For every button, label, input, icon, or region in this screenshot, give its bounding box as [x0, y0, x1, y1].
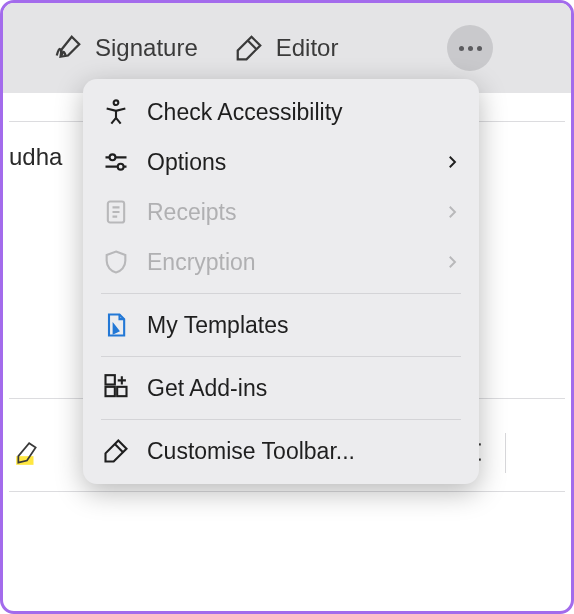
svg-rect-13	[106, 387, 115, 396]
chevron-right-icon	[443, 203, 461, 221]
svg-point-4	[114, 100, 119, 105]
menu-label: Options	[147, 149, 226, 176]
addins-icon	[101, 373, 131, 403]
signature-icon	[53, 33, 83, 63]
menu-label: Encryption	[147, 249, 256, 276]
svg-point-8	[118, 164, 124, 170]
menu-label: My Templates	[147, 312, 288, 339]
svg-rect-14	[117, 387, 126, 396]
svg-rect-16	[106, 375, 115, 384]
menu-separator	[101, 293, 461, 294]
divider	[9, 491, 565, 492]
editor-button[interactable]: Editor	[234, 33, 339, 63]
receipt-icon	[101, 197, 131, 227]
signature-button[interactable]: Signature	[53, 33, 198, 63]
shield-icon	[101, 247, 131, 277]
overflow-menu: Check Accessibility Options Receipts	[83, 79, 479, 484]
editor-pen-icon	[234, 33, 264, 63]
chevron-right-icon	[443, 153, 461, 171]
ellipsis-icon	[459, 46, 482, 51]
partial-text: udha	[9, 143, 62, 171]
menu-item-addins[interactable]: Get Add-ins	[83, 363, 479, 413]
menu-label: Check Accessibility	[147, 99, 343, 126]
more-button[interactable]	[447, 25, 493, 71]
menu-item-options[interactable]: Options	[83, 137, 479, 187]
editor-label: Editor	[276, 34, 339, 62]
highlight-icon[interactable]	[13, 441, 41, 467]
menu-separator	[101, 419, 461, 420]
signature-label: Signature	[95, 34, 198, 62]
vertical-divider	[505, 433, 506, 473]
menu-separator	[101, 356, 461, 357]
menu-label: Receipts	[147, 199, 236, 226]
svg-point-6	[110, 154, 116, 160]
menu-label: Get Add-ins	[147, 375, 267, 402]
menu-item-customise-toolbar[interactable]: Customise Toolbar...	[83, 426, 479, 476]
menu-item-receipts: Receipts	[83, 187, 479, 237]
menu-label: Customise Toolbar...	[147, 438, 355, 465]
menu-item-accessibility[interactable]: Check Accessibility	[83, 87, 479, 137]
menu-item-templates[interactable]: My Templates	[83, 300, 479, 350]
chevron-right-icon	[443, 253, 461, 271]
templates-icon	[101, 310, 131, 340]
menu-item-encryption: Encryption	[83, 237, 479, 287]
svg-rect-15	[106, 375, 115, 384]
customise-icon	[101, 436, 131, 466]
accessibility-icon	[101, 97, 131, 127]
sliders-icon	[101, 147, 131, 177]
